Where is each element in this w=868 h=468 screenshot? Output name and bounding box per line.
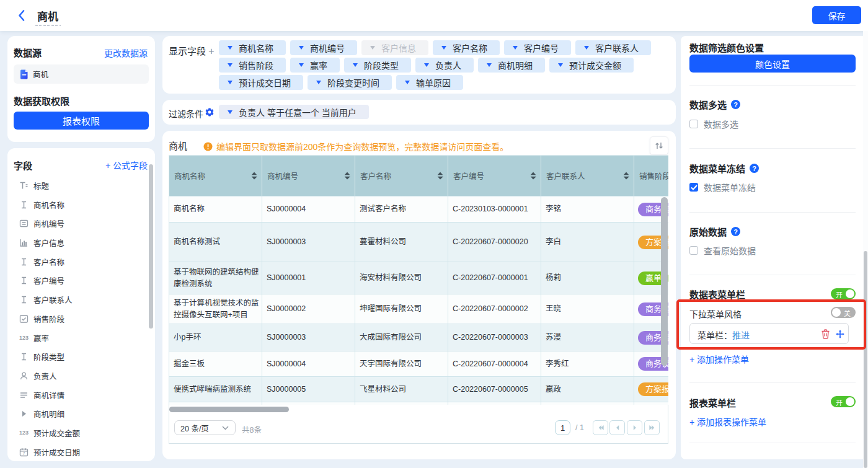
svg-text:7: 7 — [23, 451, 25, 456]
